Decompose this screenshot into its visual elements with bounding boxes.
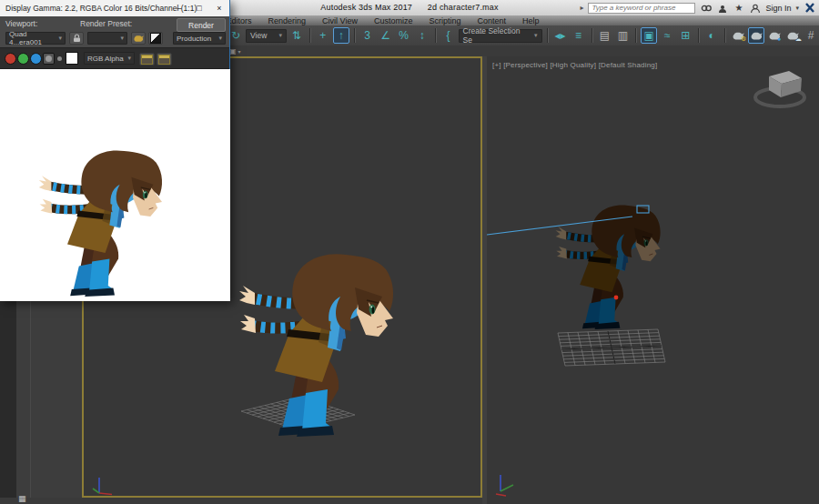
render-preset-dropdown[interactable]: ▾: [87, 32, 127, 45]
menu-customize[interactable]: Customize: [366, 16, 421, 25]
named-selection-set-dropdown[interactable]: Create Selection Se▾: [459, 29, 542, 43]
sign-in-caret-icon[interactable]: ▾: [795, 5, 799, 12]
material-editor-icon[interactable]: ◐: [703, 27, 720, 44]
infocenter-bar: ▸ ★ Sign In ▾: [580, 1, 815, 15]
world-axis-tripod: [496, 475, 513, 496]
infocenter-collapse-icon[interactable]: ▸: [580, 4, 583, 12]
monochrome-channel-button[interactable]: [43, 53, 55, 65]
select-and-manipulate-icon[interactable]: +: [315, 27, 331, 44]
bottom-edge-strip: [0, 498, 487, 504]
edit-named-selection-icon[interactable]: {: [440, 27, 457, 44]
toolbar-separator: [635, 28, 636, 43]
angle-snap-icon[interactable]: ∠: [378, 27, 394, 44]
green-channel-button[interactable]: [17, 53, 29, 65]
viewcube[interactable]: [755, 71, 804, 106]
rendered-character: [39, 150, 162, 297]
render-setup-icon[interactable]: ⚙: [730, 27, 746, 44]
open-file-name: 2d character7.max: [428, 3, 499, 12]
rendered-frame-window: Display Gamma: 2.2, RGBA Color 16 Bits/C…: [0, 0, 230, 301]
save-image-icon[interactable]: [157, 53, 172, 66]
search-input[interactable]: [588, 3, 695, 14]
favorites-star-icon[interactable]: ★: [733, 3, 744, 14]
spinner-snap-icon[interactable]: ↕: [414, 27, 430, 44]
gamma-correction-icon[interactable]: [148, 32, 163, 45]
world-axis-tripod: [93, 478, 112, 495]
menu-help[interactable]: Help: [514, 16, 548, 25]
rendered-image-canvas: [0, 69, 230, 301]
status-corner-icon: ▦: [18, 494, 30, 504]
viewport-field-label: Viewport:: [5, 19, 37, 28]
lock-viewport-icon[interactable]: [69, 32, 84, 45]
toolbar-separator: [435, 28, 436, 43]
toolbar-separator: [724, 28, 725, 43]
channel-toolbar: RGB Alpha▾: [0, 47, 229, 69]
blue-channel-button[interactable]: [30, 53, 42, 65]
alpha-channel-button[interactable]: [57, 56, 62, 61]
reference-coordinate-dropdown[interactable]: View▾: [246, 29, 287, 43]
menu-rendering[interactable]: Rendering: [260, 16, 315, 25]
render-production-icon[interactable]: ●: [766, 27, 783, 44]
sign-in-link[interactable]: Sign In: [765, 4, 791, 13]
close-button[interactable]: ×: [209, 0, 229, 16]
svg-text:●: ●: [777, 35, 781, 42]
red-channel-button[interactable]: [5, 53, 16, 65]
scene-explorer-icon[interactable]: ▥: [614, 27, 631, 44]
minimize-button[interactable]: –: [169, 0, 189, 16]
dialog-title-bar[interactable]: Display Gamma: 2.2, RGBA Color 16 Bits/C…: [0, 0, 229, 16]
render-in-cloud-icon[interactable]: ☁: [784, 27, 801, 44]
perspective-viewport-canvas[interactable]: [487, 56, 819, 504]
channel-display-dropdown[interactable]: RGB Alpha▾: [84, 52, 135, 65]
dialog-title: Display Gamma: 2.2, RGBA Color 16 Bits/C…: [5, 4, 197, 13]
3dsmax-application-window: Autodesk 3ds Max 2017 2d character7.max …: [0, 0, 819, 504]
viewport-select-dropdown[interactable]: Quad 4...era001▾: [5, 32, 66, 45]
ribbon-toggle-icon[interactable]: ▣: [641, 27, 657, 44]
use-pivot-point-icon[interactable]: ⇅: [288, 27, 305, 44]
rendered-frame-window-icon[interactable]: [748, 27, 764, 44]
communication-center-icon[interactable]: [716, 3, 728, 14]
perspective-viewport[interactable]: [+] [Perspective] [High Quality] [Defaul…: [487, 56, 819, 504]
menu-content[interactable]: Content: [469, 16, 514, 25]
schematic-view-icon[interactable]: ⊞: [677, 27, 693, 44]
render-button[interactable]: Render: [177, 18, 226, 32]
toolbar-separator: [309, 28, 310, 43]
percent-snap-icon[interactable]: %: [396, 27, 412, 44]
user-icon[interactable]: [749, 3, 761, 14]
toolbar-separator: [547, 28, 548, 43]
viewport-layout-tabs-icon[interactable]: ▣▾: [229, 46, 244, 55]
mirror-icon[interactable]: ◂▸: [552, 27, 569, 44]
svg-text:☁: ☁: [795, 35, 802, 42]
asset-library-icon[interactable]: #: [803, 27, 819, 44]
menu-civil-view[interactable]: Civil View: [314, 16, 366, 25]
toolbar-separator: [354, 28, 355, 43]
toolbar-separator: [592, 28, 592, 43]
render-setup-teapot-icon[interactable]: [131, 32, 146, 45]
select-and-place-icon[interactable]: ↑: [333, 27, 349, 44]
clone-rendered-frame-icon[interactable]: [139, 53, 155, 66]
maximize-button[interactable]: □: [189, 0, 209, 16]
curve-editor-icon[interactable]: ≈: [659, 27, 675, 44]
render-preset-label: Render Preset:: [80, 19, 132, 28]
align-icon[interactable]: ≡: [571, 27, 587, 44]
background-color-swatch[interactable]: [66, 52, 78, 65]
svg-text:⚙: ⚙: [741, 35, 746, 42]
dialog-toolbar: Viewport: Render Preset: Quad 4...era001…: [0, 16, 229, 47]
menu-scripting[interactable]: Scripting: [420, 16, 469, 25]
autodesk-x-logo-icon[interactable]: [804, 3, 815, 14]
toolbar-separator: [698, 28, 699, 43]
snaps-toggle-3d-icon[interactable]: 3: [359, 27, 376, 44]
app-name: Autodesk 3ds Max 2017: [320, 3, 412, 12]
layer-explorer-icon[interactable]: ▤: [596, 27, 612, 44]
render-mode-dropdown[interactable]: Production▾: [173, 32, 226, 45]
search-icon[interactable]: [700, 3, 712, 14]
home-grid: [558, 329, 665, 366]
